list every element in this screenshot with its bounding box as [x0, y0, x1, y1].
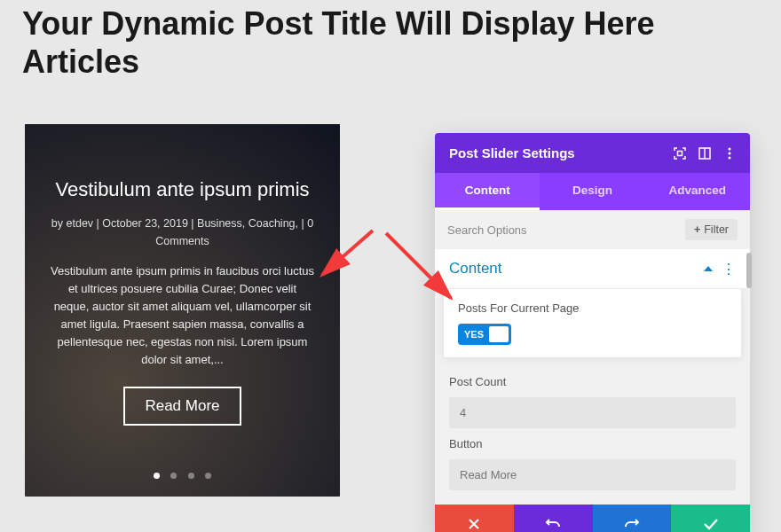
- slider-dot[interactable]: [188, 473, 194, 479]
- annotation-arrow-icon: [382, 229, 462, 312]
- undo-button[interactable]: [514, 505, 593, 532]
- more-icon[interactable]: [723, 147, 736, 160]
- svg-line-6: [322, 231, 373, 275]
- panel-footer: [435, 505, 750, 532]
- cancel-button[interactable]: [435, 505, 514, 532]
- field-label: Post Count: [449, 375, 736, 388]
- field-button: Button Read More: [449, 428, 736, 490]
- slider-dot[interactable]: [205, 473, 211, 479]
- annotation-arrow-icon: [315, 226, 377, 292]
- post-excerpt: Vestibulum ante ipsum primis in faucibus…: [50, 262, 315, 370]
- tab-advanced[interactable]: Advanced: [645, 173, 750, 210]
- post-slider-preview: Vestibulum ante ipsum primis by etdev | …: [25, 124, 340, 497]
- toggle-current-page[interactable]: YES: [458, 324, 511, 345]
- field-posts-for-current-page: Posts For Current Page YES: [444, 289, 741, 357]
- filter-button[interactable]: + Filter: [685, 219, 738, 240]
- panel-tabs: Content Design Advanced: [435, 173, 750, 210]
- chevron-up-icon[interactable]: [704, 266, 713, 271]
- tab-content[interactable]: Content: [435, 173, 540, 210]
- scrollbar[interactable]: [746, 253, 752, 288]
- settings-panel: Post Slider Settings Content Design Adva…: [435, 133, 750, 532]
- post-meta: by etdev | October 23, 2019 | Business, …: [50, 215, 315, 250]
- svg-rect-0: [678, 151, 682, 155]
- toggle-value: YES: [464, 329, 484, 340]
- svg-point-4: [729, 152, 731, 154]
- button-text-input[interactable]: Read More: [449, 459, 736, 490]
- section-header-content[interactable]: Content ⋮: [435, 249, 750, 289]
- field-label: Posts For Current Page: [458, 301, 727, 315]
- columns-icon[interactable]: [698, 147, 711, 160]
- slider-dot[interactable]: [170, 473, 177, 479]
- panel-title: Post Slider Settings: [449, 145, 575, 160]
- search-options-row: Search Options + Filter: [435, 210, 750, 249]
- panel-body: Posts For Current Page YES Post Count 4 …: [435, 289, 750, 505]
- tab-design[interactable]: Design: [540, 173, 644, 210]
- field-post-count: Post Count 4: [449, 366, 736, 428]
- svg-point-3: [729, 147, 731, 150]
- section-more-icon[interactable]: ⋮: [722, 261, 736, 278]
- slider-pagination: [25, 466, 340, 482]
- redo-button[interactable]: [593, 505, 672, 532]
- field-label: Button: [449, 437, 736, 450]
- focus-icon[interactable]: [674, 147, 686, 160]
- read-more-button[interactable]: Read More: [123, 387, 241, 426]
- panel-header: Post Slider Settings: [435, 133, 750, 173]
- post-count-input[interactable]: 4: [449, 397, 736, 428]
- slider-dot[interactable]: [154, 473, 160, 479]
- post-title: Vestibulum ante ipsum primis: [50, 177, 315, 202]
- save-button[interactable]: [671, 505, 750, 532]
- svg-point-5: [729, 156, 731, 159]
- page-title: Your Dynamic Post Title Will Display Her…: [0, 0, 781, 81]
- svg-line-7: [386, 233, 451, 298]
